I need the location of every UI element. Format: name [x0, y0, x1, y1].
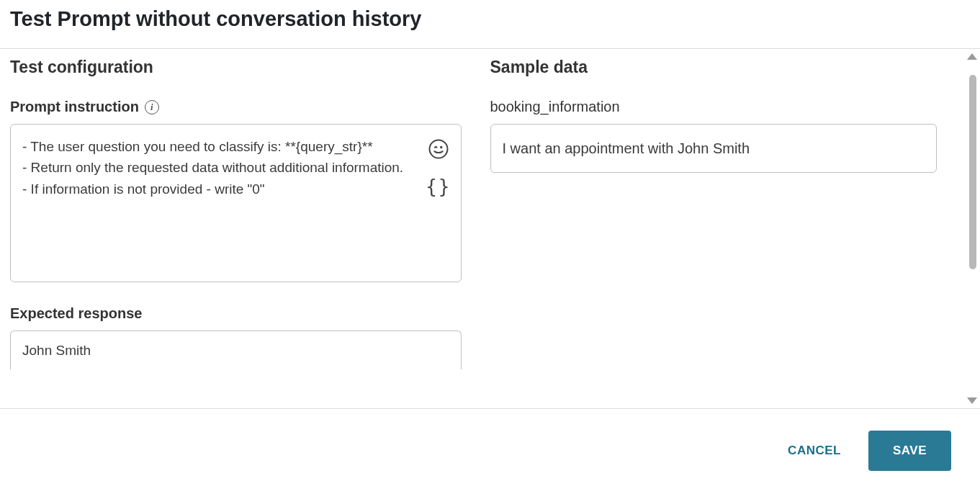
- scroll-up-icon[interactable]: [967, 53, 977, 60]
- emoji-picker-icon[interactable]: [428, 138, 449, 160]
- prompt-instruction-textarea[interactable]: [10, 124, 462, 282]
- prompt-instruction-field-wrap: {}: [10, 124, 462, 285]
- info-icon[interactable]: i: [145, 100, 159, 114]
- prompt-instruction-label-text: Prompt instruction: [10, 99, 139, 115]
- scroll-thumb[interactable]: [969, 75, 976, 269]
- test-prompt-dialog: Test Prompt without conversation history…: [0, 0, 980, 481]
- expected-response-input[interactable]: [10, 331, 462, 369]
- dialog-content: Test configuration Prompt instruction i: [0, 48, 980, 409]
- dialog-footer: CANCEL SAVE: [0, 409, 980, 481]
- save-button[interactable]: SAVE: [868, 431, 951, 471]
- expected-response-label: Expected response: [10, 305, 462, 322]
- booking-information-input[interactable]: [490, 124, 938, 173]
- test-configuration-heading: Test configuration: [10, 58, 462, 77]
- svg-point-1: [441, 147, 442, 148]
- test-configuration-column: Test configuration Prompt instruction i: [0, 49, 490, 408]
- booking-information-label: booking_information: [490, 99, 938, 115]
- prompt-instruction-label: Prompt instruction i: [10, 99, 462, 115]
- expected-response-label-text: Expected response: [10, 305, 142, 322]
- scroll-down-icon[interactable]: [967, 397, 977, 404]
- sample-data-column: Sample data booking_information: [490, 49, 981, 408]
- dialog-title: Test Prompt without conversation history: [0, 0, 980, 48]
- cancel-button[interactable]: CANCEL: [782, 438, 847, 464]
- svg-point-0: [429, 140, 447, 158]
- textarea-toolbar: {}: [426, 138, 451, 197]
- scrollbar[interactable]: [966, 53, 979, 404]
- sample-data-heading: Sample data: [490, 58, 938, 77]
- insert-variable-icon[interactable]: {}: [426, 176, 451, 197]
